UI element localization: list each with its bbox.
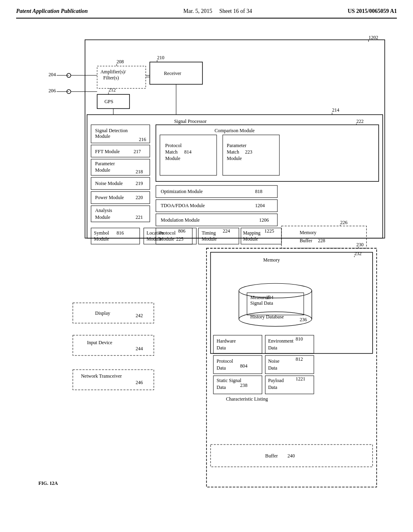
ref-206: 206	[48, 88, 56, 94]
label-244: 244	[136, 346, 143, 351]
buffer-228-text: Buffer	[300, 238, 312, 243]
svg-rect-53	[73, 335, 154, 355]
label-1221: 1221	[296, 376, 305, 382]
static-signal-text: Static Signal	[217, 378, 242, 383]
mapping-text: Mapping	[243, 230, 261, 236]
label-814: 814	[184, 149, 192, 155]
label-218: 218	[136, 169, 143, 175]
history-db-text: History Database	[250, 314, 284, 320]
label-1202: 1202	[369, 35, 378, 40]
label-217: 217	[133, 149, 141, 154]
sheet-info: Sheet 16 of 34	[219, 8, 252, 14]
header: Patent Application Publication Mar. 5, 2…	[16, 8, 397, 19]
label-238: 238	[240, 382, 247, 388]
label-219: 219	[136, 181, 143, 186]
parameter-match-text2: Match	[227, 149, 239, 155]
label-818: 818	[255, 189, 263, 194]
tdoa-text: TDOA/FDOA Module	[161, 203, 205, 208]
data-hw-text: Data	[217, 345, 226, 351]
comparison-module-text: Comparison Module	[215, 128, 254, 133]
label-228: 228	[318, 238, 325, 243]
label-221: 221	[136, 214, 143, 220]
header-date-sheet: Mar. 5, 2015 Sheet 16 of 34	[184, 8, 252, 15]
optimization-text: Optimization Module	[161, 189, 203, 194]
location-text: Location	[146, 230, 164, 236]
buffer-240-text: Buffer	[265, 453, 278, 459]
figure-label: FIG. 12A	[38, 480, 58, 486]
label-208: 208	[117, 59, 124, 64]
parameter-match-text1: Parameter	[227, 143, 246, 148]
module-param-text: Module	[95, 167, 110, 173]
payload-text: Payload	[268, 378, 284, 383]
input-device-text: Input Device	[87, 340, 113, 345]
label-226: 226	[340, 220, 347, 225]
receiver-text: Receiver	[164, 71, 181, 76]
label-225: 225	[176, 236, 184, 242]
noise-data-text: Noise	[268, 358, 280, 364]
signal-detection-text: Signal Detection	[95, 128, 128, 133]
label-222: 222	[357, 118, 364, 124]
display-text: Display	[95, 310, 110, 316]
label-812: 812	[296, 356, 303, 362]
label-214: 214	[332, 107, 339, 113]
publication-date: Mar. 5, 2015	[184, 8, 213, 14]
module-location-text: Module	[146, 236, 161, 242]
page: Patent Application Publication Mar. 5, 2…	[0, 0, 413, 532]
characteristic-listing-text: Characteristic Listing	[226, 396, 268, 402]
label-216: 216	[139, 137, 146, 142]
environment-text: Environment	[268, 338, 294, 344]
label-246: 246	[136, 380, 143, 385]
data-env-text: Data	[268, 345, 277, 351]
protocol-match-text3: Module	[165, 156, 180, 161]
diagram-area: text { font-family: 'Times New Roman', s…	[16, 27, 397, 494]
data-payload-text: Data	[268, 384, 277, 390]
patent-number: US 2015/0065059 A1	[348, 8, 397, 15]
label-810: 810	[296, 336, 303, 342]
fft-module-text: FFT Module	[95, 149, 120, 154]
label-240: 240	[288, 453, 295, 459]
label-1225: 1225	[265, 228, 274, 234]
amplifiers-text: Amplifier(s)/	[100, 69, 126, 75]
svg-rect-34	[282, 226, 367, 248]
svg-rect-24	[160, 135, 217, 175]
label-1206: 1206	[259, 217, 269, 223]
protocol-match-text2: Match	[165, 149, 178, 155]
gps-text: GPS	[104, 99, 113, 104]
timing-text: Timing	[202, 230, 216, 236]
label-1204: 1204	[255, 203, 265, 208]
module-symbol-text: Module	[94, 236, 109, 242]
label-223: 223	[245, 149, 252, 155]
module-timing-text: Module	[202, 236, 217, 242]
parameter-text: Parameter	[95, 161, 115, 166]
svg-rect-0	[85, 40, 385, 238]
label-804: 804	[240, 363, 247, 369]
parameter-match-text3: Module	[227, 156, 242, 161]
module-mapping-text: Module	[243, 236, 258, 242]
label-236: 236	[300, 317, 307, 322]
ref-204: 204	[48, 72, 56, 77]
signal-processor-text: Signal Processor	[174, 118, 207, 124]
label-234: 234	[266, 295, 273, 300]
hardware-text: Hardware	[217, 338, 236, 344]
label-232: 232	[355, 251, 362, 256]
label-230: 230	[357, 242, 364, 247]
label-220: 220	[136, 195, 143, 200]
label-242: 242	[136, 313, 143, 318]
signal-data-text: Signal Data	[250, 300, 273, 306]
label-210: 210	[157, 55, 164, 60]
filters-text: Filter(s)	[103, 75, 119, 81]
noise-module-text: Noise Module	[95, 181, 123, 186]
network-transceiver-text: Network Transceiver	[81, 373, 122, 379]
label-806: 806	[178, 228, 186, 234]
publication-title: Patent Application Publication	[16, 8, 88, 15]
data-static-text: Data	[217, 384, 226, 390]
label-224: 224	[223, 228, 230, 234]
diagram-svg: text { font-family: 'Times New Roman', s…	[16, 27, 397, 494]
svg-point-40	[239, 283, 312, 298]
svg-rect-25	[223, 135, 280, 175]
data-noise-text: Data	[268, 365, 277, 371]
module-analysis-text: Module	[95, 214, 110, 220]
memory-232-text: Memory	[263, 257, 280, 263]
analysis-text: Analysis	[95, 208, 112, 213]
memory-text: Memory	[300, 230, 317, 235]
